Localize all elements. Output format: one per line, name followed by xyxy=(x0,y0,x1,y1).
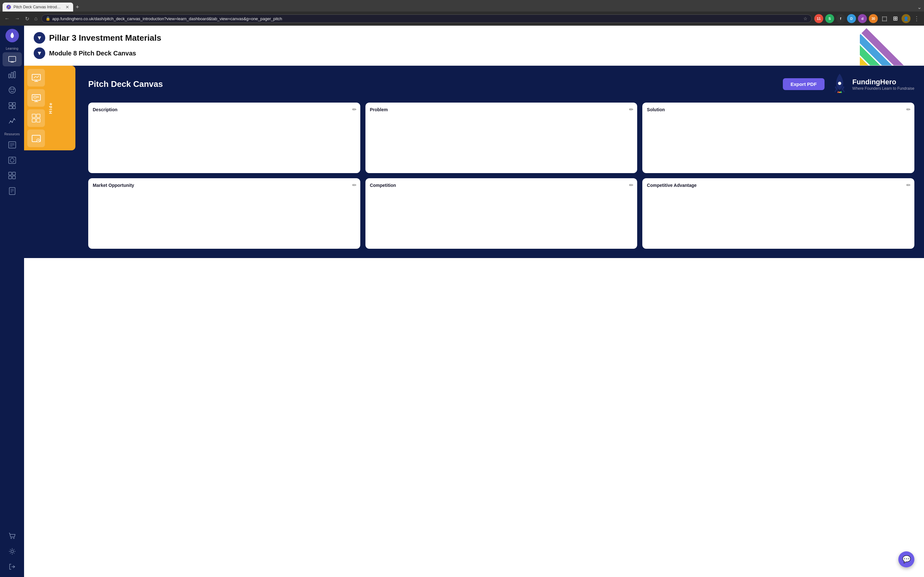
report-icon xyxy=(7,186,17,196)
ai-icon xyxy=(7,85,17,95)
tab-bar: 🚀 Pitch Deck Canvas Introductio... ✕ + ⌄ xyxy=(0,0,924,11)
svg-rect-5 xyxy=(11,73,13,78)
reload-button[interactable]: ↻ xyxy=(24,15,31,23)
sidebar-item-analytics[interactable] xyxy=(3,114,22,128)
svg-rect-50 xyxy=(32,119,36,122)
tab-close-button[interactable]: ✕ xyxy=(65,5,69,9)
svg-point-33 xyxy=(13,538,14,539)
card-competitive-advantage: Competitive Advantage ✏ xyxy=(642,178,914,249)
card-solution: Solution ✏ xyxy=(642,103,914,173)
ext-1[interactable]: 11 xyxy=(814,14,823,23)
cart-icon xyxy=(7,531,17,541)
card-competitive-advantage-edit[interactable]: ✏ xyxy=(906,182,911,188)
extensions-row: 11 S f D d 30 ⬚ ⊞ 👤 ⋮ xyxy=(814,14,921,23)
tools-icon xyxy=(7,100,17,111)
sidebar-item-chart[interactable] xyxy=(3,68,22,82)
rocket-logo-icon xyxy=(8,32,16,39)
card-problem: Problem ✏ xyxy=(365,103,638,173)
svg-rect-36 xyxy=(32,74,40,80)
active-tab[interactable]: 🚀 Pitch Deck Canvas Introductio... ✕ xyxy=(3,3,73,11)
ext-4[interactable]: D xyxy=(847,14,856,23)
sidebar-learning-label: Learning xyxy=(6,46,18,51)
url-text: app.fundinghero.co.uk/dash/pitch_deck_ca… xyxy=(52,16,801,21)
panel-icon-presentation[interactable] xyxy=(27,89,45,107)
canvas-header-right: Export PDF xyxy=(783,72,914,96)
canvas-grid: Description ✏ Problem ✏ Solution ✏ Marke… xyxy=(88,103,914,249)
card-problem-title: Problem xyxy=(370,107,633,112)
browser-menu-button[interactable]: ⋮ xyxy=(913,14,921,23)
svg-line-58 xyxy=(839,92,839,93)
pillar-row: ▼ Pillar 3 Investment Materials xyxy=(34,32,914,44)
lock-icon: 🔒 xyxy=(45,16,50,21)
home-button[interactable]: ⌂ xyxy=(33,15,39,23)
sidebar-item-resources1[interactable] xyxy=(3,138,22,152)
svg-point-0 xyxy=(11,35,13,37)
svg-point-15 xyxy=(11,121,13,123)
svg-point-14 xyxy=(10,121,11,122)
module-title: Module 8 Pitch Deck Canvas xyxy=(49,50,136,57)
module-chevron[interactable]: ▼ xyxy=(34,47,45,59)
svg-rect-24 xyxy=(9,172,11,175)
bookmark-icon[interactable]: ☆ xyxy=(803,16,808,21)
panel-icon-monitor[interactable] xyxy=(27,69,45,87)
panel-icon-grid-tools[interactable] xyxy=(27,109,45,127)
sidebar-logo[interactable] xyxy=(5,29,19,42)
back-button[interactable]: ← xyxy=(3,15,11,23)
card-description-edit[interactable]: ✏ xyxy=(352,106,357,113)
export-pdf-button[interactable]: Export PDF xyxy=(783,78,825,90)
svg-point-32 xyxy=(11,538,11,539)
sidebar-item-logout[interactable] xyxy=(3,560,22,574)
svg-rect-51 xyxy=(37,119,40,122)
ext-6[interactable]: 30 xyxy=(869,14,878,23)
chat-button[interactable]: 💬 xyxy=(898,551,914,567)
screenshot-icon[interactable]: ⬚ xyxy=(880,14,889,23)
diagonal-strips xyxy=(860,26,924,66)
svg-line-40 xyxy=(36,76,37,77)
sidebar-item-grid[interactable] xyxy=(3,169,22,183)
sidebar-item-learning[interactable] xyxy=(3,52,22,66)
tab-expand-button[interactable]: ⌄ xyxy=(917,4,921,10)
address-bar[interactable]: 🔒 app.fundinghero.co.uk/dash/pitch_deck_… xyxy=(41,15,812,23)
logout-icon xyxy=(7,562,17,572)
pillar-title: Pillar 3 Investment Materials xyxy=(49,33,162,43)
canvas-title: Pitch Deck Canvas xyxy=(88,79,163,89)
card-competition-edit[interactable]: ✏ xyxy=(629,182,633,188)
sidebar-item-resources2[interactable] xyxy=(3,153,22,167)
resources-analytics-icon xyxy=(7,155,17,165)
svg-line-39 xyxy=(34,76,36,78)
analytics-icon xyxy=(7,116,17,126)
sidebar-resources-label: Resources xyxy=(5,132,20,137)
card-market-opportunity: Market Opportunity ✏ xyxy=(88,178,360,249)
panel-icons-group xyxy=(27,69,45,147)
ext-2[interactable]: S xyxy=(825,14,834,23)
card-market-opportunity-edit[interactable]: ✏ xyxy=(352,182,357,188)
card-description-title: Description xyxy=(93,107,356,112)
sidebar-item-cart[interactable] xyxy=(3,529,22,543)
chat-icon: 💬 xyxy=(902,555,911,564)
card-problem-edit[interactable]: ✏ xyxy=(629,106,633,113)
card-competition-title: Competition xyxy=(370,183,633,188)
extensions-icon[interactable]: ⊞ xyxy=(891,14,900,23)
sidebar: Learning xyxy=(0,26,24,577)
svg-rect-13 xyxy=(13,106,15,109)
svg-point-34 xyxy=(11,550,13,553)
card-solution-edit[interactable]: ✏ xyxy=(906,106,911,113)
profile-avatar[interactable]: 👤 xyxy=(901,14,911,23)
ext-5[interactable]: d xyxy=(858,14,867,23)
sidebar-item-report[interactable] xyxy=(3,184,22,198)
pillar-chevron[interactable]: ▼ xyxy=(34,32,45,44)
chevron-down-icon: ▼ xyxy=(37,35,42,41)
module-row: ▼ Module 8 Pitch Deck Canvas xyxy=(34,47,914,59)
brand-tagline: Where Founders Learn to Fundraise xyxy=(853,86,914,91)
svg-rect-4 xyxy=(9,74,10,78)
forward-button[interactable]: → xyxy=(13,15,21,23)
grid-icon xyxy=(7,171,17,181)
sidebar-item-ai[interactable] xyxy=(3,83,22,97)
hide-panel-tab[interactable]: Hide xyxy=(47,101,53,115)
ext-3[interactable]: f xyxy=(836,14,845,23)
sidebar-item-tools[interactable] xyxy=(3,98,22,113)
panel-icon-canvas-tool[interactable] xyxy=(27,129,45,147)
slide-panel: Hide xyxy=(24,66,75,150)
sidebar-item-settings[interactable] xyxy=(3,544,22,558)
new-tab-button[interactable]: + xyxy=(73,4,82,11)
